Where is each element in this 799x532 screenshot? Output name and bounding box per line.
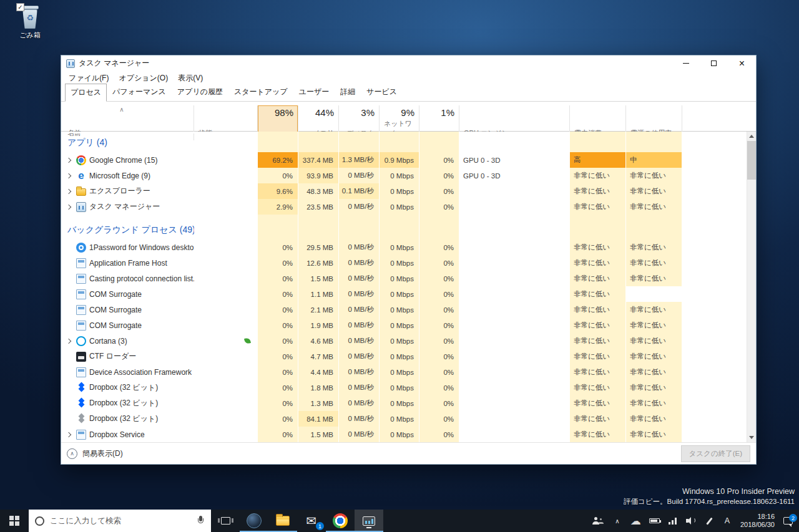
recycle-bin[interactable]: ✓ ごみ箱 (10, 3, 50, 40)
gpu-engine-cell (459, 302, 570, 317)
gpu-engine-cell (459, 427, 570, 442)
process-row[interactable]: タスク マネージャー2.9%23.5 MB0 MB/秒0 Mbps0%非常に低い… (61, 199, 756, 215)
gpu-cell: 0% (419, 395, 459, 411)
memory-cell: 1.1 MB (298, 286, 339, 302)
process-row[interactable]: Casting protocol connection list...0%1.5… (61, 271, 756, 286)
gpu-cell: 0% (419, 427, 459, 442)
dropbox-icon (76, 399, 86, 409)
minimize-button[interactable] (672, 56, 700, 71)
taskbar-app-round[interactable] (240, 510, 268, 532)
process-row[interactable]: CTF ローダー0%4.7 MB0 MB/秒0 Mbps0%非常に低い非常に低い (61, 349, 756, 364)
process-row[interactable]: Microsoft Edge (9)0%93.9 MB0 MB/秒0 Mbps0… (61, 168, 756, 183)
power-cell: 非常に低い (570, 349, 626, 364)
process-row[interactable]: Dropbox (32 ビット)0%1.8 MB0 MB/秒0 Mbps0%非常… (61, 380, 756, 395)
chrome-icon (76, 155, 86, 165)
microphone-icon[interactable] (197, 516, 205, 526)
taskbar-clock[interactable]: 18:16 2018/06/30 (740, 513, 775, 529)
pen-button[interactable] (704, 517, 714, 525)
heat-cell (298, 215, 339, 221)
status-cell (194, 317, 258, 333)
explorer-icon (76, 188, 86, 196)
process-row[interactable]: Application Frame Host0%12.6 MB0 MB/秒0 M… (61, 255, 756, 271)
taskbar-search[interactable]: ここに入力して検索 (29, 510, 211, 532)
memory-cell: 1.8 MB (298, 380, 339, 395)
power-cell (570, 215, 626, 221)
filler-cell (682, 317, 756, 333)
process-row[interactable]: Cortana (3)0%4.6 MB0 MB/秒0 Mbps0%非常に低い非常… (61, 333, 756, 349)
network-button[interactable] (668, 518, 678, 525)
scrollbar-thumb[interactable] (747, 141, 756, 180)
tab-services[interactable]: サービス (361, 83, 403, 101)
tab-users[interactable]: ユーザー (293, 83, 335, 101)
expand-chevron-icon[interactable] (66, 432, 71, 437)
expand-chevron-icon[interactable] (66, 173, 71, 178)
process-row[interactable]: COM Surrogate0%1.1 MB0 MB/秒0 Mbps0%非常に低い (61, 286, 756, 302)
tab-startup[interactable]: スタートアップ (228, 83, 293, 101)
tab-performance[interactable]: パフォーマンス (107, 83, 172, 101)
gpu-engine-cell (459, 364, 570, 380)
filler-cell (682, 199, 756, 215)
onedrive-cloud-icon[interactable] (630, 516, 641, 526)
power-trend-cell: 非常に低い (626, 168, 682, 183)
ime-indicator[interactable]: A (722, 516, 732, 525)
power-cell: 非常に低い (570, 183, 626, 199)
checkbox-checked-icon[interactable]: ✓ (16, 3, 24, 11)
process-name-cell: Microsoft Edge (9) (61, 168, 194, 183)
gpu-engine-cell (459, 286, 570, 302)
volume-button[interactable] (686, 517, 696, 525)
scroll-up-button[interactable] (747, 132, 756, 141)
process-name: COM Surrogate (89, 321, 142, 330)
process-row[interactable]: 1Password for Windows deskto...0%29.5 MB… (61, 239, 756, 255)
insider-watermark: Windows 10 Pro Insider Preview 評価コピー。Bui… (624, 487, 795, 506)
expand-chevron-icon[interactable] (66, 338, 71, 343)
process-row[interactable]: Dropbox (32 ビット)0%84.1 MB0 MB/秒0 Mbps0%非… (61, 411, 756, 427)
task-view-button[interactable] (211, 510, 240, 532)
network-cell: 0 Mbps (380, 349, 419, 364)
tab-app-history[interactable]: アプリの履歴 (172, 83, 228, 101)
process-row[interactable]: Device Association Framework ...0%4.4 MB… (61, 364, 756, 380)
process-group-header[interactable]: アプリ (4) (61, 133, 756, 152)
close-button[interactable] (728, 56, 756, 71)
process-row[interactable]: COM Surrogate0%2.1 MB0 MB/秒0 Mbps0%非常に低い… (61, 302, 756, 317)
action-center-button[interactable]: 2 (783, 517, 793, 525)
power-cell: 非常に低い (570, 302, 626, 317)
taskbar-app-explorer[interactable] (268, 510, 297, 532)
status-cell (194, 286, 258, 302)
tray-overflow-button[interactable] (612, 518, 622, 525)
process-row[interactable]: COM Surrogate0%1.9 MB0 MB/秒0 Mbps0%非常に低い… (61, 317, 756, 333)
process-row[interactable]: Google Chrome (15)69.2%337.4 MB1.3 MB/秒0… (61, 152, 756, 168)
taskbar-app-chrome[interactable] (326, 510, 355, 532)
generic-icon (76, 430, 86, 440)
maximize-button[interactable] (700, 56, 728, 71)
power-cell: 非常に低い (570, 271, 626, 286)
cortana-icon (35, 516, 44, 526)
memory-cell: 4.6 MB (298, 333, 339, 349)
expand-chevron-icon[interactable] (66, 157, 71, 162)
scrollbar[interactable] (747, 132, 756, 442)
process-row[interactable]: Dropbox (32 ビット)0%1.3 MB0 MB/秒0 Mbps0%非常… (61, 395, 756, 411)
heat-cell (380, 221, 419, 239)
battery-button[interactable] (649, 518, 660, 523)
file-explorer-icon (276, 516, 290, 526)
end-task-button[interactable]: タスクの終了(E) (681, 445, 750, 462)
title-bar[interactable]: タスク マネージャー (61, 56, 756, 71)
process-row[interactable]: エクスプローラー9.6%48.3 MB0.1 MB/秒0 Mbps0%非常に低い… (61, 183, 756, 199)
start-button[interactable] (0, 510, 29, 532)
taskbar-app-task-manager[interactable] (355, 510, 383, 532)
fewer-details-toggle[interactable]: 簡易表示(D) (67, 448, 123, 459)
process-row[interactable]: Dropbox Service0%1.5 MB0 MB/秒0 Mbps0%非常に… (61, 427, 756, 442)
taskbar-app-mail[interactable]: 1 (297, 510, 326, 532)
gpu-cell: 0% (419, 333, 459, 349)
process-name-cell: CTF ローダー (61, 349, 194, 364)
battery-icon (649, 518, 660, 523)
expand-chevron-icon[interactable] (66, 204, 71, 209)
process-group-header[interactable]: バックグラウンド プロセス (49) (61, 221, 756, 239)
tab-details[interactable]: 詳細 (335, 83, 361, 101)
scroll-down-button[interactable] (747, 433, 756, 442)
people-button[interactable] (592, 517, 604, 525)
expand-chevron-icon[interactable] (66, 188, 71, 193)
cpu-cell: 0% (258, 239, 298, 255)
status-cell (194, 168, 258, 183)
gpu-cell: 0% (419, 349, 459, 364)
tab-processes[interactable]: プロセス (65, 84, 107, 102)
